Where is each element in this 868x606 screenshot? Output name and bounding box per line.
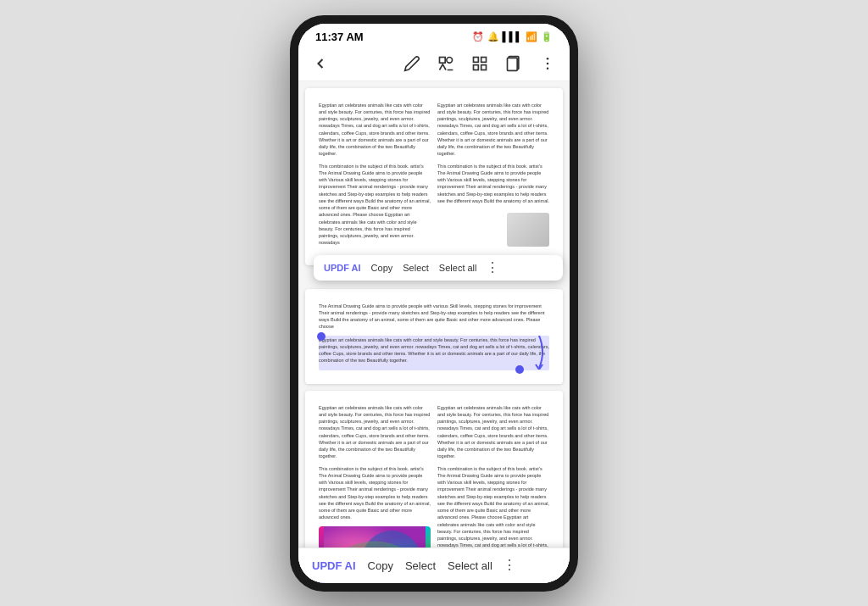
status-icons: ⏰ 🔔 ▌▌▌ 📶 🔋: [472, 31, 553, 42]
select-button-bottom[interactable]: Select: [403, 557, 437, 575]
phone-screen: 11:37 AM ⏰ 🔔 ▌▌▌ 📶 🔋: [298, 24, 570, 583]
top-nav: [298, 47, 570, 81]
updf-ai-button-top[interactable]: UPDF AI: [322, 260, 363, 275]
volume-icon: 🔔: [487, 31, 499, 42]
phone-frame: 11:37 AM ⏰ 🔔 ▌▌▌ 📶 🔋: [290, 15, 578, 592]
shapes-tool-button[interactable]: [434, 52, 458, 75]
svg-rect-5: [481, 64, 487, 69]
document-content: Egyptian art celebrates animals like cat…: [298, 81, 570, 583]
svg-rect-0: [440, 57, 446, 63]
back-button[interactable]: [309, 52, 332, 75]
document-page-2: The Animal Drawing Guide aims to provide…: [305, 289, 563, 384]
svg-point-8: [547, 57, 549, 59]
svg-point-10: [547, 67, 549, 69]
context-menu-bottom: UPDF AI Copy Select Select all ⋮: [298, 548, 570, 583]
svg-point-1: [447, 57, 453, 63]
document-pages: Egyptian art celebrates animals like cat…: [298, 81, 570, 583]
select-button-top[interactable]: Select: [401, 260, 431, 275]
svg-rect-2: [474, 57, 479, 62]
select-all-button-bottom[interactable]: Select all: [446, 557, 494, 575]
updf-ai-button-bottom[interactable]: UPDF AI: [310, 557, 358, 575]
more-options-bottom[interactable]: ⋮: [503, 559, 516, 572]
copy-button-top[interactable]: Copy: [370, 260, 395, 275]
select-all-button-top[interactable]: Select all: [437, 260, 479, 275]
svg-point-9: [547, 62, 549, 64]
svg-rect-3: [481, 57, 487, 62]
selection-arrow: [531, 336, 548, 371]
more-options-top[interactable]: ⋮: [486, 261, 499, 275]
svg-rect-4: [474, 64, 479, 69]
wifi-icon: 📶: [526, 31, 537, 42]
status-bar: 11:37 AM ⏰ 🔔 ▌▌▌ 📶 🔋: [298, 24, 570, 47]
page1-col1: Egyptian art celebrates animals like cat…: [319, 102, 431, 252]
selection-handle-end: [515, 365, 524, 374]
page1-col2: Egyptian art celebrates animals like cat…: [437, 102, 549, 252]
status-time: 11:37 AM: [315, 31, 364, 43]
alarm-icon: ⏰: [472, 31, 484, 42]
pencil-tool-button[interactable]: [400, 52, 424, 75]
signal-icon: ▌▌▌: [503, 31, 522, 42]
grid-tool-button[interactable]: [468, 52, 492, 75]
page2-text: The Animal Drawing Guide aims to provide…: [319, 303, 549, 370]
document-page-1: Egyptian art celebrates animals like cat…: [305, 88, 563, 265]
battery-icon: 🔋: [541, 31, 553, 42]
pages-tool-button[interactable]: [502, 52, 526, 75]
more-options-button[interactable]: [536, 52, 559, 75]
context-menu-page1: UPDF AI Copy Select Select all ⋮: [314, 255, 563, 281]
selection-handle-start: [317, 332, 326, 341]
copy-button-bottom[interactable]: Copy: [366, 557, 395, 575]
svg-rect-7: [508, 58, 518, 70]
